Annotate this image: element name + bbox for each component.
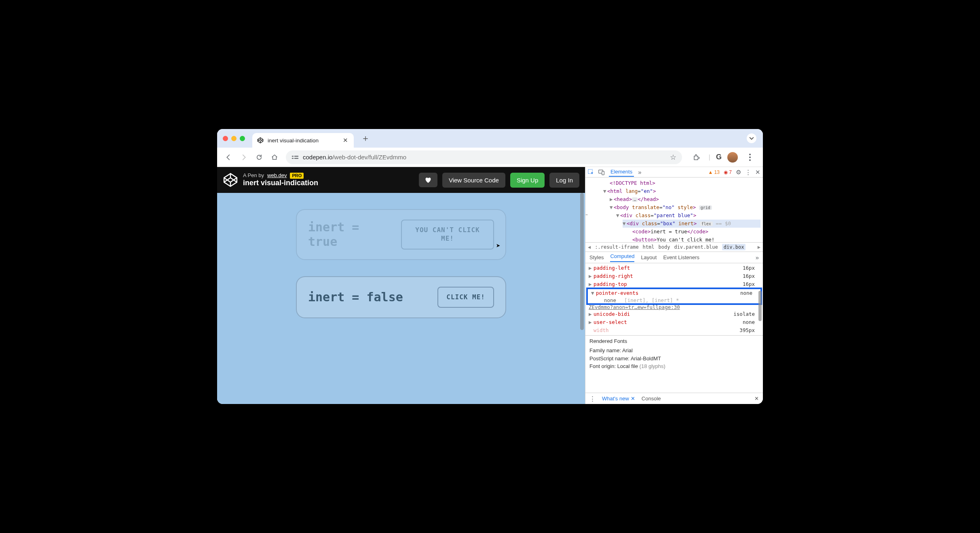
font-postscript: PostScript name: Arial-BoldMT <box>589 355 759 363</box>
browser-window: inert visual-indication ✕ ＋ codepen.io/w… <box>217 129 763 404</box>
heart-icon <box>425 177 432 183</box>
byline-prefix: A Pen by <box>243 172 264 179</box>
content-row: A Pen by web.dev PRO inert visual-indica… <box>217 167 763 404</box>
pen-title: inert visual-indication <box>243 179 318 188</box>
pro-badge: PRO <box>290 173 304 179</box>
styles-tab-bar: Styles Computed Layout Event Listeners » <box>585 252 763 263</box>
devtools-errors-count[interactable]: ◉ 7 <box>724 169 732 175</box>
devtools-tab-elements[interactable]: Elements <box>609 168 634 177</box>
browser-toolbar: codepen.io/web-dot-dev/full/ZEvdmmo ☆ | … <box>217 148 763 167</box>
bookmark-button[interactable]: ☆ <box>670 153 676 162</box>
drawer-tab-console[interactable]: Console <box>642 396 661 402</box>
home-icon <box>271 154 278 161</box>
address-bar[interactable]: codepen.io/web-dot-dev/full/ZEvdmmo ☆ <box>286 150 682 164</box>
codepen-byline: A Pen by web.dev PRO <box>243 172 318 179</box>
svg-rect-0 <box>292 156 294 157</box>
devtools-issues-count[interactable]: ▲ 13 <box>708 169 720 175</box>
demo-button-inert: YOU CAN'T CLICK ME! <box>401 220 494 250</box>
tab-list-button[interactable] <box>747 133 756 143</box>
demo-box-active: inert = false CLICK ME! <box>296 276 506 319</box>
svg-rect-1 <box>294 156 299 157</box>
love-button[interactable] <box>419 173 437 187</box>
codepen-logo-icon[interactable] <box>223 172 238 188</box>
tab-styles[interactable]: Styles <box>589 254 604 260</box>
demo-code-inert: inert = true <box>308 220 381 249</box>
arrow-left-icon <box>225 154 232 161</box>
svg-rect-9 <box>602 171 604 175</box>
site-info-icon[interactable] <box>291 154 299 160</box>
demo-box-inert: inert = true YOU CAN'T CLICK ME! <box>296 209 506 260</box>
codepen-favicon-icon <box>257 137 264 144</box>
devtools-more-tabs-icon[interactable]: » <box>638 169 641 176</box>
codepen-title-block: A Pen by web.dev PRO inert visual-indica… <box>243 172 318 187</box>
drawer-tab-whatsnew[interactable]: What's new ✕ <box>602 396 635 402</box>
forward-button[interactable] <box>237 151 250 164</box>
extensions-button[interactable] <box>690 151 703 164</box>
back-button[interactable] <box>222 151 235 164</box>
devtools-menu-icon[interactable]: ⋮ <box>745 169 751 176</box>
chevron-down-icon <box>749 136 754 141</box>
svg-point-6 <box>749 159 751 161</box>
page-scrollbar[interactable] <box>579 193 584 404</box>
close-icon[interactable]: ✕ <box>631 396 635 402</box>
pen-author-link[interactable]: web.dev <box>267 172 287 179</box>
browser-tab[interactable]: inert visual-indication ✕ <box>252 133 354 148</box>
crumb-html[interactable]: html <box>643 244 655 250</box>
cursor-icon: ➤ <box>496 241 501 250</box>
devtools-panel: Elements » ▲ 13 ◉ 7 ⚙ ⋮ ✕ <!DOCTYPE html… <box>585 167 763 404</box>
close-window-button[interactable] <box>223 136 228 141</box>
devtools-settings-icon[interactable]: ⚙ <box>736 169 741 176</box>
crumb-parent[interactable]: div.parent.blue <box>674 244 718 250</box>
codepen-header: A Pen by web.dev PRO inert visual-indica… <box>217 167 585 193</box>
font-family: Family name: Arial <box>589 347 759 355</box>
new-tab-button[interactable]: ＋ <box>358 131 373 146</box>
kebab-icon <box>749 154 751 161</box>
tab-computed[interactable]: Computed <box>610 253 634 262</box>
dom-tree[interactable]: <!DOCTYPE html> ▼<html lang="en"> ▶<head… <box>585 178 763 242</box>
svg-point-4 <box>749 154 751 155</box>
url-host: codepen.io/web-dot-dev/full/ZEvdmmo <box>303 154 406 161</box>
browser-menu-button[interactable] <box>743 151 756 164</box>
svg-rect-3 <box>294 158 299 159</box>
pen-preview: inert = true YOU CAN'T CLICK ME! inert =… <box>217 193 585 404</box>
puzzle-icon <box>693 154 700 161</box>
divider: | <box>709 154 710 161</box>
view-source-button[interactable]: View Source Code <box>442 173 505 188</box>
drawer-menu-icon[interactable]: ⋮ <box>589 395 596 402</box>
demo-button-active[interactable]: CLICK ME! <box>437 287 494 308</box>
rendered-fonts: Rendered Fonts Family name: Arial PostSc… <box>585 335 763 373</box>
highlighted-property: ▼pointer-eventsnone none[inert], [inert]… <box>586 288 762 305</box>
drawer-close-icon[interactable]: ✕ <box>754 396 759 402</box>
dom-overflow-icon[interactable]: ⋯ <box>585 211 588 219</box>
crumb-scroll-left-icon[interactable]: ◀ <box>588 244 591 250</box>
device-toolbar-icon[interactable] <box>598 169 605 176</box>
minimize-window-button[interactable] <box>231 136 237 141</box>
login-button[interactable]: Log In <box>549 173 579 188</box>
svg-point-5 <box>749 157 751 158</box>
toolbar-actions: | G <box>690 151 756 164</box>
svg-rect-2 <box>292 158 294 159</box>
devtools-drawer: ⋮ What's new ✕ Console ✕ <box>585 393 763 404</box>
fullscreen-window-button[interactable] <box>240 136 245 141</box>
home-button[interactable] <box>268 151 281 164</box>
profile-avatar[interactable] <box>727 152 738 163</box>
reload-button[interactable] <box>253 151 266 164</box>
tab-event-listeners[interactable]: Event Listeners <box>663 254 699 260</box>
font-origin: Font origin: Local file (18 glyphs) <box>589 362 759 370</box>
reload-icon <box>256 154 263 161</box>
crumb-box[interactable]: div.box <box>722 244 746 250</box>
tab-layout[interactable]: Layout <box>641 254 657 260</box>
close-tab-icon[interactable]: ✕ <box>343 137 348 144</box>
inspect-element-icon[interactable] <box>588 169 594 176</box>
signup-button[interactable]: Sign Up <box>510 173 545 188</box>
devtools-scrollbar[interactable] <box>758 178 762 395</box>
arrow-right-icon <box>240 154 247 161</box>
google-shortcut-icon[interactable]: G <box>716 153 722 161</box>
source-link[interactable]: ZEvdmmo?anon=tr…ew=fullpage:30 <box>585 304 763 310</box>
devtools-close-icon[interactable]: ✕ <box>755 169 760 176</box>
crumb-body[interactable]: body <box>659 244 670 250</box>
dom-breadcrumbs[interactable]: ◀ :.result-iframe html body div.parent.b… <box>585 242 763 252</box>
computed-properties[interactable]: ▶padding-left16px ▶padding-right16px ▶pa… <box>585 263 763 335</box>
crumb-iframe[interactable]: :.result-iframe <box>595 244 638 250</box>
tab-strip: inert visual-indication ✕ ＋ <box>217 129 763 148</box>
